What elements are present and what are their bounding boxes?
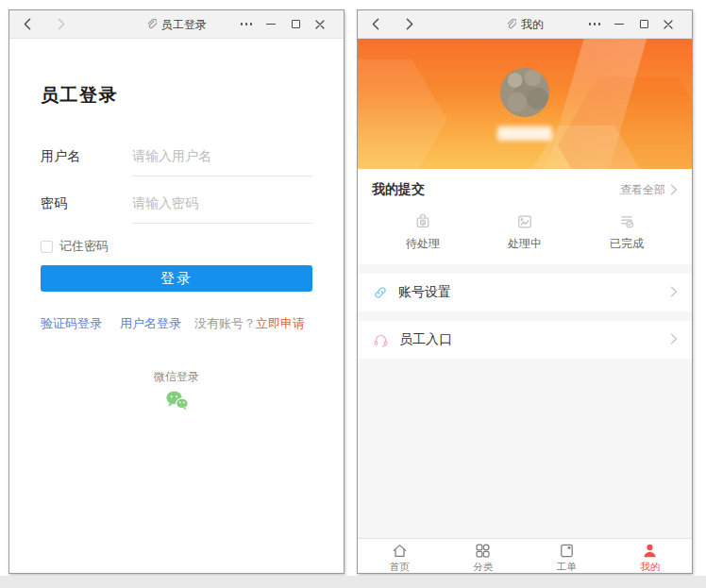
status-completed[interactable]: 已完成 (576, 212, 678, 252)
maximize-button[interactable] (631, 13, 656, 36)
more-button[interactable] (234, 13, 259, 36)
headset-icon (372, 331, 390, 348)
maximize-button[interactable] (283, 13, 308, 36)
pending-icon (413, 212, 432, 231)
profile-header (358, 39, 692, 169)
checkbox-icon[interactable] (41, 241, 53, 253)
chevron-right-icon (670, 184, 678, 195)
my-submissions-card: 我的提交 查看全部 待处理 (358, 169, 692, 264)
close-icon (664, 20, 673, 29)
back-button[interactable] (21, 17, 34, 32)
login-window: 员工登录 员工登录 用户名 密码 记住密码 登录 验证码登录 用户名登 (8, 9, 345, 574)
forward-button[interactable] (55, 17, 68, 32)
desktop-bottom-strip (0, 576, 706, 588)
paperclip-icon (146, 19, 157, 30)
captcha-login-link[interactable]: 验证码登录 (41, 315, 102, 332)
tab-label: 分类 (473, 562, 493, 572)
window-title: 我的 (521, 17, 544, 33)
profile-window: 我的 我的提交 查看全部 (357, 9, 693, 574)
no-account-text: 没有账号？ (194, 316, 256, 330)
view-all-link[interactable]: 查看全部 (620, 182, 678, 198)
maximize-icon (292, 20, 300, 28)
avatar (500, 68, 549, 117)
forward-button[interactable] (403, 17, 416, 32)
minimize-button[interactable] (607, 13, 631, 36)
wechat-login-label: 微信登录 (154, 369, 199, 385)
tab-categories[interactable]: 分类 (442, 539, 526, 573)
tab-bar: 首页 分类 工单 (358, 538, 692, 573)
login-content: 员工登录 用户名 密码 记住密码 登录 验证码登录 用户名登录 没有账号？立即申… (9, 39, 344, 573)
username-label: 用户名 (41, 148, 132, 164)
login-button[interactable]: 登录 (41, 265, 312, 292)
link-icon (372, 284, 389, 301)
minimize-icon (614, 24, 624, 25)
username-login-link[interactable]: 用户名登录 (120, 315, 181, 332)
remember-password-label: 记住密码 (59, 238, 109, 255)
chevron-right-icon (670, 333, 678, 344)
profile-icon (641, 542, 659, 560)
tab-label: 我的 (640, 562, 660, 572)
home-icon (391, 542, 409, 560)
password-field-row: 密码 (41, 195, 312, 224)
remember-password-checkbox[interactable]: 记住密码 (41, 238, 312, 255)
chevron-left-icon (24, 18, 31, 30)
paperclip-icon (506, 19, 516, 30)
menu-item-account-settings[interactable]: 账号设置 (358, 274, 692, 311)
status-label: 处理中 (508, 236, 542, 252)
more-icon (241, 23, 252, 25)
close-button[interactable] (656, 13, 681, 36)
window-title: 员工登录 (161, 17, 207, 33)
chevron-right-icon (670, 286, 678, 297)
workorder-icon (558, 542, 576, 560)
more-icon (589, 23, 600, 25)
tab-label: 首页 (390, 562, 410, 572)
minimize-icon (266, 24, 276, 25)
maximize-icon (640, 20, 648, 28)
alternate-login-links: 验证码登录 用户名登录 没有账号？立即申请 (41, 315, 312, 332)
tab-label: 工单 (557, 562, 577, 572)
close-icon (315, 20, 325, 29)
page-title: 员工登录 (41, 39, 312, 108)
tab-home[interactable]: 首页 (358, 539, 442, 573)
category-icon (474, 542, 492, 560)
status-label: 待处理 (406, 236, 440, 252)
chevron-right-icon (58, 18, 65, 30)
more-button[interactable] (582, 13, 607, 36)
username-field-row: 用户名 (41, 148, 312, 176)
status-label: 已完成 (610, 236, 644, 252)
apply-now-link[interactable]: 立即申请 (256, 316, 305, 330)
tab-profile[interactable]: 我的 (609, 539, 693, 573)
chevron-right-icon (406, 18, 413, 30)
menu-item-employee-entrance[interactable]: 员工入口 (358, 321, 692, 359)
back-button[interactable] (369, 17, 382, 32)
menu-item-label: 员工入口 (399, 331, 452, 348)
profile-titlebar: 我的 (358, 10, 692, 39)
password-input[interactable] (132, 195, 312, 224)
view-all-label: 查看全部 (620, 182, 665, 198)
hexagon-decoration (358, 59, 447, 169)
profile-content: 我的提交 查看全部 待处理 (358, 39, 692, 573)
wechat-login-block: 微信登录 (41, 369, 312, 415)
my-submissions-title: 我的提交 (372, 181, 425, 198)
minimize-button[interactable] (259, 13, 283, 36)
menu-item-label: 账号设置 (398, 284, 451, 301)
username-input[interactable] (132, 148, 312, 176)
login-titlebar: 员工登录 (9, 10, 344, 39)
close-button[interactable] (308, 13, 332, 36)
password-label: 密码 (41, 195, 132, 211)
wechat-icon[interactable] (164, 390, 190, 415)
chevron-left-icon (372, 18, 379, 30)
status-processing[interactable]: 处理中 (474, 212, 576, 252)
processing-icon (515, 212, 534, 231)
signup-prompt: 没有账号？立即申请 (194, 315, 305, 332)
user-nickname-redacted (497, 126, 552, 141)
status-pending[interactable]: 待处理 (372, 212, 474, 252)
completed-icon (617, 212, 636, 231)
tab-workorders[interactable]: 工单 (525, 539, 609, 573)
